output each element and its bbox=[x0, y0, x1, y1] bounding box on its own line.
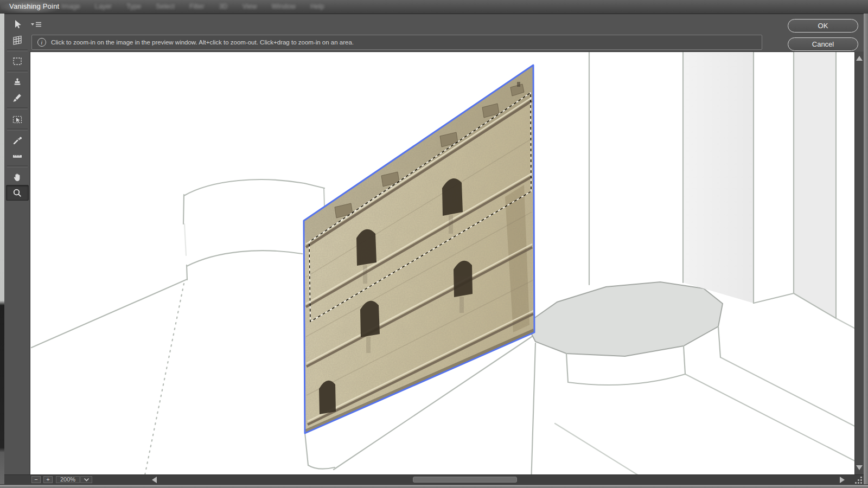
background-menu-item: View bbox=[242, 3, 257, 10]
marquee-icon bbox=[11, 55, 23, 67]
window-edge-bottom bbox=[0, 484, 868, 488]
tool-separator bbox=[7, 129, 28, 131]
info-message: Click to zoom-in on the image in the pre… bbox=[51, 39, 354, 46]
window-edge-left bbox=[0, 14, 4, 488]
background-menu-item: Layer bbox=[95, 3, 112, 10]
background-menu-item: Select bbox=[156, 3, 175, 10]
tool-separator bbox=[7, 70, 28, 73]
info-icon: i bbox=[37, 38, 46, 47]
eyedropper-icon bbox=[11, 134, 23, 146]
vanishing-point-dialog: Vanishing Point ImageLayerTypeSelectFilt… bbox=[0, 0, 868, 488]
zoom-in-button[interactable]: + bbox=[43, 476, 53, 483]
hand-tool-button[interactable] bbox=[6, 169, 29, 185]
tool-separator bbox=[7, 165, 28, 168]
marquee-tool-button[interactable] bbox=[6, 53, 29, 69]
info-bar: i Click to zoom-in on the image in the p… bbox=[31, 35, 762, 50]
tool-separator bbox=[7, 107, 28, 110]
zoom-level-display[interactable]: 200% bbox=[56, 476, 80, 483]
transform-tool-button[interactable] bbox=[6, 111, 29, 127]
perspective-grid-icon bbox=[11, 34, 23, 46]
flyout-menu-icon bbox=[30, 21, 45, 29]
background-menu-item: 3D bbox=[219, 3, 228, 10]
tool-palette bbox=[4, 16, 30, 201]
status-bar: − + 200% bbox=[4, 474, 864, 484]
create-plane-tool-button[interactable] bbox=[6, 32, 29, 48]
background-menu-item: Image bbox=[61, 3, 80, 10]
window-title: Vanishing Point bbox=[9, 2, 59, 10]
title-bar: Vanishing Point ImageLayerTypeSelectFilt… bbox=[0, 0, 868, 14]
edit-plane-tool-button[interactable] bbox=[6, 16, 29, 32]
transform-icon bbox=[11, 113, 23, 125]
ruler-icon bbox=[11, 150, 23, 162]
background-menu-item: Window bbox=[272, 3, 296, 10]
zoom-tool-button[interactable] bbox=[6, 185, 29, 201]
chevron-down-icon bbox=[84, 478, 90, 481]
cancel-button[interactable]: Cancel bbox=[788, 37, 858, 51]
brush-icon bbox=[11, 92, 23, 104]
brush-tool-button[interactable] bbox=[6, 90, 29, 106]
tower-shaded-face-2 bbox=[794, 53, 836, 318]
scroll-left-arrow-icon[interactable] bbox=[152, 477, 157, 483]
scroll-right-arrow-icon[interactable] bbox=[840, 477, 845, 483]
background-menu-item: Help bbox=[310, 3, 324, 10]
preview-canvas[interactable] bbox=[30, 52, 855, 475]
zoom-out-button[interactable]: − bbox=[31, 476, 41, 483]
window-edge-right bbox=[864, 14, 868, 488]
stamp-tool-button[interactable] bbox=[6, 74, 29, 90]
tower-shaded-face bbox=[683, 53, 754, 303]
resize-grip-icon bbox=[854, 476, 863, 484]
cursor-arrow-icon bbox=[11, 18, 23, 30]
background-menubar: ImageLayerTypeSelectFilter3DViewWindowHe… bbox=[61, 3, 324, 10]
horizontal-scroll-thumb[interactable] bbox=[413, 477, 517, 483]
zoom-dropdown-button[interactable] bbox=[80, 476, 92, 483]
vertical-scrollbar[interactable] bbox=[854, 52, 864, 474]
measure-tool-button[interactable] bbox=[6, 148, 29, 164]
tool-separator bbox=[7, 49, 28, 52]
ok-button[interactable]: OK bbox=[788, 19, 858, 33]
magnifier-icon bbox=[11, 187, 23, 199]
resize-grip[interactable] bbox=[854, 476, 863, 484]
scroll-up-arrow-icon[interactable] bbox=[856, 56, 863, 61]
hand-icon bbox=[11, 171, 23, 183]
scroll-down-arrow-icon[interactable] bbox=[856, 465, 863, 470]
perspective-plane[interactable] bbox=[304, 65, 534, 433]
background-menu-item: Filter bbox=[189, 3, 205, 10]
stamp-icon bbox=[11, 76, 23, 88]
settings-flyout-button[interactable] bbox=[30, 21, 45, 29]
eyedropper-tool-button[interactable] bbox=[6, 132, 29, 148]
background-menu-item: Type bbox=[126, 3, 141, 10]
octagon-base-top bbox=[526, 282, 723, 356]
